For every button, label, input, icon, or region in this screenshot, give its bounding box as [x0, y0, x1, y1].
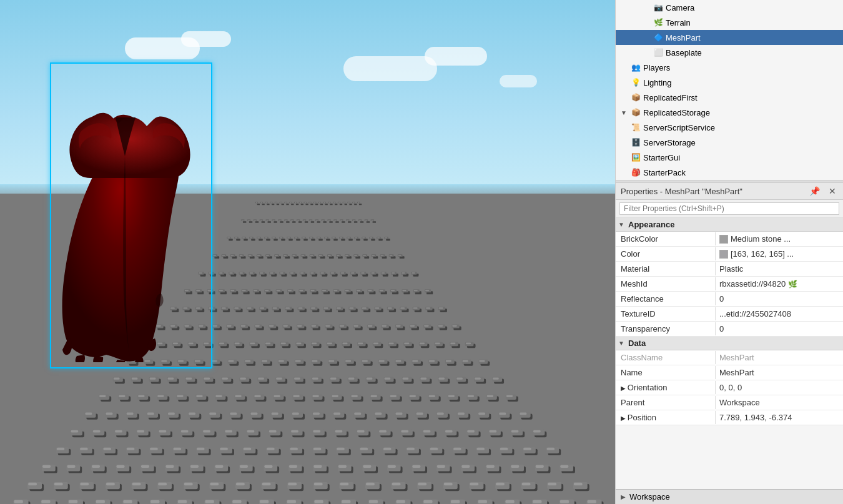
item-label-startergui: StarterGui: [643, 153, 680, 162]
viewport: [0, 0, 615, 504]
prop-name-position: ▶ Position: [616, 411, 716, 424]
filter-input[interactable]: [619, 202, 839, 215]
mesh-object[interactable]: [50, 62, 212, 368]
tree-item-lighting[interactable]: 💡Lighting: [616, 75, 843, 90]
item-label-starterpack: StarterPack: [643, 168, 686, 177]
workspace-label: Workspace: [629, 492, 670, 502]
expand-arrow-replicatedstorage[interactable]: ▼: [621, 109, 628, 116]
tree-item-terrain[interactable]: 🌿Terrain: [616, 15, 843, 30]
cloud-3: [343, 56, 437, 81]
close-properties-button[interactable]: ✕: [827, 185, 838, 197]
properties-header-actions: 📌 ✕: [807, 185, 838, 197]
pin-button[interactable]: 📌: [807, 185, 822, 197]
prop-value-transparency[interactable]: 0: [716, 322, 843, 335]
item-label-replicatedstorage: ReplicatedStorage: [643, 108, 710, 117]
section-header-appearance[interactable]: ▼Appearance: [616, 218, 843, 232]
workspace-expand-icon: ▶: [621, 493, 626, 500]
tree-item-startergui[interactable]: 🖼️StarterGui: [616, 150, 843, 165]
section-label-appearance: Appearance: [628, 220, 674, 229]
prop-name-textureid: TextureID: [616, 307, 716, 320]
prop-name-classname: ClassName: [616, 351, 716, 364]
section-label-data: Data: [628, 338, 646, 348]
section-header-data[interactable]: ▼Data: [616, 337, 843, 350]
prop-row-meshid[interactable]: MeshIdrbxassetid://94820🌿: [616, 277, 843, 292]
cloud-4: [425, 47, 487, 66]
item-label-serverstorage: ServerStorage: [643, 138, 696, 147]
prop-name-orientation: ▶ Orientation: [616, 381, 716, 394]
tree-item-meshpart[interactable]: 🔷MeshPart: [616, 30, 843, 45]
prop-row-textureid[interactable]: TextureID...etid://2455027408: [616, 307, 843, 322]
prop-value-name[interactable]: MeshPart: [716, 366, 843, 379]
mesh-svg: [56, 69, 206, 362]
prop-row-material[interactable]: MaterialPlastic: [616, 262, 843, 277]
prop-value-textureid[interactable]: ...etid://2455027408: [716, 307, 843, 320]
prop-row-parent[interactable]: ParentWorkspace: [616, 395, 843, 410]
prop-row-color[interactable]: Color[163, 162, 165] ...: [616, 247, 843, 262]
properties-title: Properties - MeshPart "MeshPart": [621, 187, 742, 196]
item-icon-players: 👥: [631, 62, 641, 72]
item-icon-serverscriptservice: 📜: [631, 122, 641, 132]
prop-value-parent[interactable]: Workspace: [716, 396, 843, 409]
collapse-icon-data: ▼: [618, 340, 626, 347]
item-icon-replicatedfirst: 📦: [631, 92, 641, 102]
item-icon-serverstorage: 🗄️: [631, 137, 641, 147]
prop-value-orientation[interactable]: 0, 0, 0: [716, 381, 843, 394]
tree-item-replicatedfirst[interactable]: 📦ReplicatedFirst: [616, 90, 843, 105]
cloud-5: [500, 75, 537, 87]
cloud-2: [181, 31, 231, 47]
prop-row-name[interactable]: NameMeshPart: [616, 365, 843, 380]
prop-value-material[interactable]: Plastic: [716, 262, 843, 275]
item-label-players: Players: [643, 63, 670, 72]
prop-value-reflectance[interactable]: 0: [716, 292, 843, 305]
prop-value-meshid[interactable]: rbxassetid://94820🌿: [716, 277, 843, 290]
item-icon-starterpack: 🎒: [631, 167, 641, 177]
color-swatch-color: [719, 250, 728, 259]
tree-item-starterpack[interactable]: 🎒StarterPack: [616, 165, 843, 180]
prop-name-material: Material: [616, 262, 716, 275]
prop-name-meshid: MeshId: [616, 277, 716, 290]
collapse-icon-appearance: ▼: [618, 221, 626, 228]
color-swatch-brickcolor: [719, 235, 728, 244]
prop-value-position[interactable]: 7.789, 1.943, -6.374: [716, 411, 843, 424]
item-icon-meshpart: 🔷: [653, 32, 663, 42]
prop-value-classname: MeshPart: [716, 351, 843, 364]
tree-item-baseplate[interactable]: ⬜Baseplate: [616, 45, 843, 60]
item-label-lighting: Lighting: [643, 78, 672, 87]
prop-row-transparency[interactable]: Transparency0: [616, 322, 843, 337]
item-icon-baseplate: ⬜: [653, 47, 663, 57]
prop-value-color[interactable]: [163, 162, 165] ...: [716, 247, 843, 260]
prop-value-brickcolor[interactable]: Medium stone ...: [716, 232, 843, 245]
prop-row-position[interactable]: ▶ Position7.789, 1.943, -6.374: [616, 410, 843, 425]
prop-row-orientation[interactable]: ▶ Orientation0, 0, 0: [616, 380, 843, 395]
expand-prop-position[interactable]: ▶: [621, 415, 628, 422]
tree-item-camera[interactable]: 📷Camera: [616, 0, 843, 15]
prop-name-parent: Parent: [616, 396, 716, 409]
item-icon-lighting: 💡: [631, 77, 641, 87]
props-content: ▼AppearanceBrickColorMedium stone ...Col…: [616, 218, 843, 425]
item-label-baseplate: Baseplate: [666, 48, 702, 57]
tree-item-players[interactable]: 👥Players: [616, 60, 843, 75]
prop-row-reflectance[interactable]: Reflectance0: [616, 292, 843, 307]
properties-header: Properties - MeshPart "MeshPart" 📌 ✕: [616, 183, 843, 200]
workspace-bar[interactable]: ▶ Workspace: [616, 489, 843, 504]
filter-bar: [616, 200, 843, 218]
prop-name-reflectance: Reflectance: [616, 292, 716, 305]
right-panel: 📷Camera🌿Terrain🔷MeshPart⬜Baseplate👥Playe…: [615, 0, 843, 504]
item-icon-terrain: 🌿: [653, 17, 663, 27]
tree-item-serverstorage[interactable]: 🗄️ServerStorage: [616, 135, 843, 150]
properties-panel: Properties - MeshPart "MeshPart" 📌 ✕ ▼Ap…: [616, 183, 843, 489]
prop-name-color: Color: [616, 247, 716, 260]
item-icon-replicatedstorage: 📦: [631, 107, 641, 117]
prop-row-classname[interactable]: ClassNameMeshPart: [616, 350, 843, 365]
prop-row-brickcolor[interactable]: BrickColorMedium stone ...: [616, 232, 843, 247]
tree-item-replicatedstorage[interactable]: ▼📦ReplicatedStorage: [616, 105, 843, 120]
item-label-meshpart: MeshPart: [666, 33, 701, 42]
prop-name-transparency: Transparency: [616, 322, 716, 335]
explorer-panel[interactable]: 📷Camera🌿Terrain🔷MeshPart⬜Baseplate👥Playe…: [616, 0, 843, 180]
item-icon-camera: 📷: [653, 2, 663, 12]
expand-prop-orientation[interactable]: ▶: [621, 385, 628, 392]
item-label-camera: Camera: [666, 3, 694, 12]
item-label-replicatedfirst: ReplicatedFirst: [643, 93, 698, 102]
prop-name-name: Name: [616, 366, 716, 379]
tree-item-serverscriptservice[interactable]: 📜ServerScriptService: [616, 120, 843, 135]
